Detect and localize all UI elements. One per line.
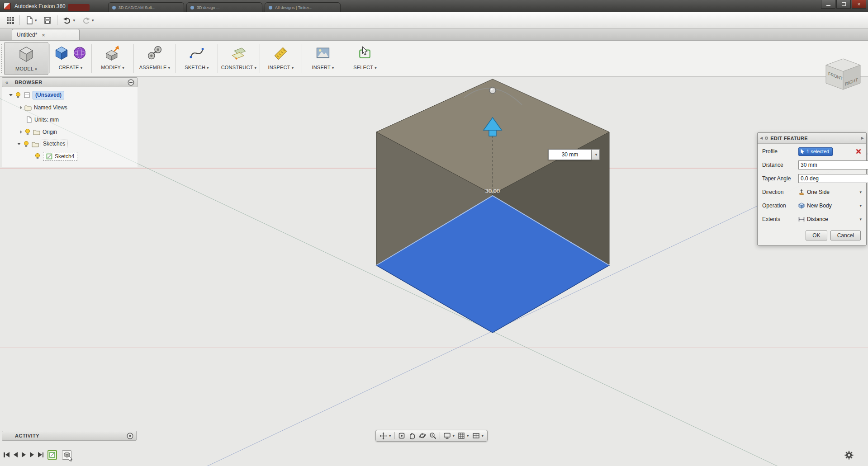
sketch-spline-icon[interactable]	[189, 45, 205, 61]
profile-selection-chip[interactable]: 1 selected	[798, 147, 833, 156]
visibility-bulb-icon[interactable]	[34, 153, 41, 160]
browser-tree: (Unsaved) Named Views Units: mm	[2, 87, 138, 167]
tree-item-label[interactable]: Named Views	[34, 104, 67, 111]
ribbon-group-sketch[interactable]: SKETCH▾	[176, 41, 218, 76]
extents-dropdown[interactable]: Distance ▾	[798, 216, 862, 222]
minimize-button[interactable]	[821, 0, 835, 9]
ribbon-group-create[interactable]: CREATE▾	[50, 41, 91, 76]
timeline-play-button[interactable]	[22, 451, 26, 459]
timeline-skip-start-button[interactable]	[4, 451, 9, 459]
ribbon-group-label-sketch[interactable]: SKETCH▾	[185, 65, 209, 70]
field-label: Profile	[762, 148, 798, 155]
ribbon-group-label-modify[interactable]: MODIFY▾	[101, 65, 124, 70]
document-tab-untitled[interactable]: Untitled* ×	[12, 29, 80, 40]
dimension-dropdown-button[interactable]: ▾	[592, 149, 600, 160]
tree-item-label[interactable]: Sketches	[41, 140, 67, 148]
tree-item-label[interactable]: (Unsaved)	[33, 91, 64, 99]
browser-item-sketch4[interactable]: Sketch4	[2, 150, 138, 162]
collapse-icon[interactable]	[20, 130, 22, 134]
browser-item-named-views[interactable]: Named Views	[2, 101, 138, 113]
model-workspace-icon[interactable]	[17, 45, 35, 63]
ribbon-group-label-assemble[interactable]: ASSEMBLE▾	[139, 65, 171, 70]
skip-start-icon	[5, 452, 9, 457]
timeline-skip-end-button[interactable]	[38, 451, 44, 459]
joint-icon[interactable]	[147, 45, 163, 61]
save-button[interactable]	[41, 14, 54, 27]
ribbon-group-label-inspect[interactable]: INSPECT▾	[268, 65, 294, 70]
direction-dropdown[interactable]: One Side ▾	[798, 189, 862, 195]
ribbon-group-inspect[interactable]: INSPECT▾	[260, 41, 302, 76]
ribbon-group-construct[interactable]: CONSTRUCT▾	[218, 41, 260, 76]
display-settings-button[interactable]: ▾	[443, 432, 455, 439]
file-menu-button[interactable]: ▾	[23, 14, 39, 27]
tree-item-label[interactable]: Origin	[43, 129, 57, 135]
panel-expand-icon[interactable]	[127, 433, 133, 439]
construction-plane-icon[interactable]	[231, 45, 247, 61]
ribbon-group-label-construct[interactable]: CONSTRUCT▾	[221, 65, 257, 70]
ribbon-group-label-insert[interactable]: INSERT▾	[312, 65, 334, 70]
timeline-step-back-button[interactable]	[14, 451, 18, 459]
zoom-button[interactable]	[429, 432, 436, 439]
viewcube[interactable]: FRONT RIGHT	[824, 58, 862, 96]
panel-minimize-icon[interactable]	[128, 79, 134, 86]
cancel-button[interactable]: Cancel	[830, 231, 861, 240]
data-panel-toggle-button[interactable]	[1, 14, 16, 27]
insert-image-icon[interactable]	[315, 45, 331, 61]
taper-angle-input[interactable]	[798, 174, 868, 183]
measure-icon[interactable]	[273, 45, 289, 61]
create-form-sphere-icon[interactable]	[71, 45, 88, 61]
pan-orbit-button[interactable]: ▾	[379, 432, 391, 440]
distance-input[interactable]	[798, 160, 868, 169]
ribbon-group-select[interactable]: SELECT▾	[344, 41, 386, 76]
pan-button[interactable]	[408, 432, 416, 439]
timeline-step-forward-button[interactable]	[30, 451, 34, 459]
collapse-right-icon[interactable]: ▶	[861, 136, 864, 140]
visibility-bulb-icon[interactable]	[15, 92, 21, 99]
maximize-button[interactable]	[836, 0, 851, 9]
browser-item-sketches[interactable]: Sketches	[2, 138, 138, 150]
collapse-panel-icon[interactable]: «	[5, 80, 9, 85]
tree-item-label[interactable]: Sketch4	[55, 153, 74, 160]
collapse-icon[interactable]	[20, 106, 22, 109]
activity-panel-header[interactable]: ACTIVITY	[2, 431, 137, 441]
operation-dropdown[interactable]: New Body ▾	[798, 202, 862, 209]
collapse-left-icon[interactable]: ◀	[760, 136, 763, 140]
expand-icon[interactable]	[17, 143, 21, 145]
extrude-distance-input[interactable]	[548, 149, 592, 160]
free-orbit-button[interactable]	[398, 432, 405, 439]
redo-button[interactable]: ▾	[79, 14, 96, 27]
browser-item-origin[interactable]: Origin	[2, 126, 138, 138]
direction-row: Direction One Side ▾	[758, 186, 866, 198]
ribbon-group-model[interactable]: MODEL▾	[4, 42, 48, 75]
ribbon-group-modify[interactable]: MODIFY▾	[92, 41, 133, 76]
ribbon-group-label-select[interactable]: SELECT▾	[353, 65, 377, 70]
browser-panel-header[interactable]: « BROWSER	[2, 77, 138, 87]
sphere-handle[interactable]	[489, 87, 496, 94]
settings-gear-button[interactable]	[844, 450, 854, 462]
clear-selection-icon[interactable]	[855, 148, 862, 155]
create-box-icon[interactable]	[53, 45, 70, 61]
timeline-feature-sketch[interactable]	[47, 450, 57, 460]
visibility-bulb-icon[interactable]	[23, 141, 29, 148]
visibility-bulb-icon[interactable]	[24, 128, 31, 136]
tree-item-label[interactable]: Units: mm	[34, 117, 59, 123]
browser-item-root[interactable]: (Unsaved)	[2, 89, 138, 101]
ribbon-group-label-model[interactable]: MODEL▾	[15, 66, 37, 71]
ribbon-group-assemble[interactable]: ASSEMBLE▾	[134, 41, 175, 76]
timeline-feature-extrude[interactable]	[62, 450, 71, 460]
dialog-header[interactable]: ◀ EDIT FEATURE ▶	[758, 133, 866, 144]
active-sketch-indicator[interactable]: Sketch4	[43, 152, 77, 161]
select-cursor-icon[interactable]	[357, 45, 373, 61]
close-button[interactable]: ×	[852, 0, 866, 9]
ok-button[interactable]: OK	[806, 231, 827, 240]
expand-icon[interactable]	[9, 94, 13, 96]
ribbon-group-label-create[interactable]: CREATE▾	[59, 65, 83, 70]
ribbon-group-insert[interactable]: INSERT▾	[302, 41, 344, 76]
orbit-button[interactable]	[419, 432, 426, 439]
close-icon[interactable]: ×	[42, 32, 45, 38]
viewports-button[interactable]: ▾	[472, 432, 484, 439]
undo-button[interactable]: ▾	[61, 14, 78, 27]
press-pull-icon[interactable]	[104, 45, 121, 61]
grid-and-snaps-button[interactable]: ▾	[458, 432, 469, 439]
browser-item-units[interactable]: Units: mm	[2, 113, 138, 126]
